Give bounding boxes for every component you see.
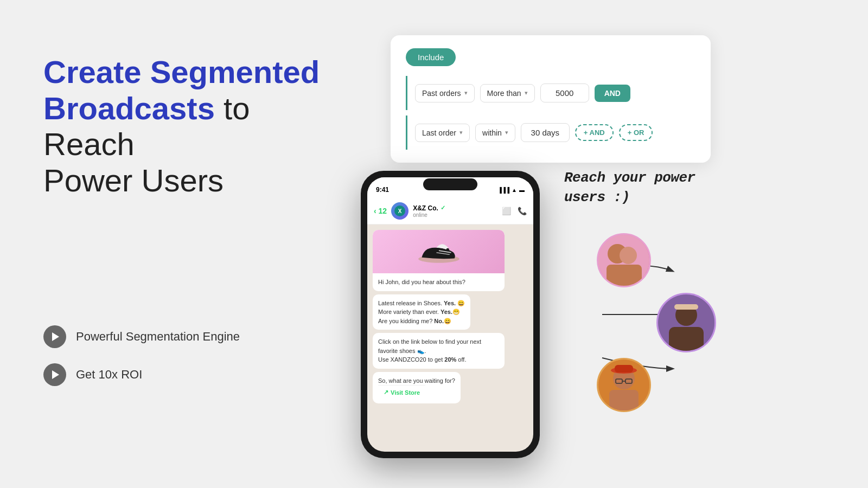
svg-point-3 (446, 248, 449, 251)
svg-rect-10 (669, 327, 704, 351)
message-text-1: Hi John, did you hear about this? (373, 273, 505, 291)
svg-rect-11 (674, 304, 698, 310)
segment-row-2: Last order ▾ within ▾ 30 days + AND + OR (406, 115, 695, 150)
segment-row-1: Past orders ▾ More than ▾ 5000 AND (406, 76, 695, 110)
and-button[interactable]: AND (595, 85, 630, 102)
video-icon[interactable]: ⬜ (502, 207, 511, 215)
chevron-down-icon-3: ▾ (459, 129, 463, 136)
user-circle-1 (597, 233, 651, 287)
feature-item-1: Powerful Segmentation Engine (43, 325, 240, 348)
verified-icon: ✓ (441, 204, 445, 211)
within-select[interactable]: within ▾ (475, 124, 515, 142)
chevron-down-icon-4: ▾ (505, 129, 508, 136)
phone-icon[interactable]: 📞 (518, 207, 527, 215)
msg-line-2: More variety than ever. Yes.😁 (378, 307, 465, 317)
status-icons: ▐▐▐ ▲ ▬ (498, 187, 525, 193)
chevron-down-icon-2: ▾ (525, 89, 528, 97)
msg-line-3: Are you kidding me? No.😄 (378, 317, 465, 326)
headline: Create Segmented Broadcasts to Reach Pow… (43, 54, 326, 199)
feature-label-2: Get 10x ROI (76, 368, 142, 382)
features-list: Powerful Segmentation Engine Get 10x ROI (43, 325, 240, 386)
status-time: 9:41 (376, 186, 389, 194)
svg-rect-7 (607, 265, 642, 286)
visit-store-button[interactable]: ↗ Visit Store (378, 385, 425, 399)
msg-line-1: Latest release in Shoes. Yes. 😀 (378, 299, 465, 308)
user-circle-2 (656, 293, 716, 352)
svg-rect-14 (609, 390, 639, 410)
back-button[interactable]: ‹ 12 (374, 207, 387, 215)
more-than-select[interactable]: More than ▾ (480, 84, 535, 102)
chat-name: X&Z Co. ✓ (413, 204, 497, 212)
msg-promo-1: Click on the link below to find your nex… (378, 337, 499, 355)
phone-notch (423, 178, 477, 190)
chat-messages: Hi John, did you hear about this? Latest… (367, 224, 533, 452)
shoe-svg (414, 235, 463, 268)
chat-info: X&Z Co. ✓ online (413, 204, 497, 218)
segment-card: Include Past orders ▾ More than ▾ 5000 A… (391, 35, 711, 163)
feature-item-2: Get 10x ROI (43, 363, 240, 386)
days-value[interactable]: 30 days (521, 123, 570, 142)
play-icon-1 (43, 325, 66, 348)
svg-text:X: X (398, 208, 402, 214)
phone-screen: 9:41 ▐▐▐ ▲ ▬ ‹ 12 X X&Z Co. ✓ (367, 177, 533, 452)
user-circle-3 (597, 358, 651, 412)
msg-cta: So, what are you waiting for? (378, 376, 455, 386)
phone-frame: 9:41 ▐▐▐ ▲ ▬ ‹ 12 X X&Z Co. ✓ (361, 171, 540, 458)
chat-avatar: X (391, 202, 409, 220)
handwritten-line2: users :) (564, 188, 695, 207)
msg-promo-2: Use XANDZCO20 to get 20% off. (378, 355, 499, 364)
past-orders-select[interactable]: Past orders ▾ (415, 84, 475, 102)
play-icon-2 (43, 363, 66, 386)
include-button[interactable]: Include (406, 48, 456, 66)
phone-container: 9:41 ▐▐▐ ▲ ▬ ‹ 12 X X&Z Co. ✓ (361, 171, 540, 458)
value-input[interactable]: 5000 (540, 84, 589, 102)
battery-icon: ▬ (519, 187, 525, 193)
chat-header: ‹ 12 X X&Z Co. ✓ online ⬜ 📞 (367, 198, 533, 224)
handwritten-text: Reach your power users :) (564, 168, 695, 208)
header-actions: ⬜ 📞 (502, 207, 527, 215)
last-order-select[interactable]: Last order ▾ (415, 124, 470, 142)
plus-and-button[interactable]: + AND (575, 124, 614, 141)
headline-part2: Broadcasts (43, 91, 215, 126)
chevron-down-icon: ▾ (464, 89, 468, 97)
left-section: Create Segmented Broadcasts to Reach Pow… (43, 54, 326, 204)
handwritten-line1: Reach your power (564, 168, 695, 188)
svg-point-6 (620, 247, 637, 264)
svg-rect-16 (615, 365, 633, 373)
wifi-icon: ▲ (512, 187, 517, 193)
link-icon: ↗ (384, 389, 388, 396)
headline-part4: Power Users (43, 163, 224, 198)
signal-icon: ▐▐▐ (498, 187, 509, 193)
plus-or-button[interactable]: + OR (619, 124, 653, 141)
message-bubble-3: Click on the link below to find your nex… (373, 333, 505, 369)
message-bubble-2: Latest release in Shoes. Yes. 😀 More var… (373, 294, 470, 330)
feature-label-1: Powerful Segmentation Engine (76, 330, 240, 344)
headline-part1: Create Segmented (43, 54, 320, 89)
image-message: Hi John, did you hear about this? (373, 230, 505, 291)
product-image (373, 230, 505, 273)
chat-status: online (413, 212, 497, 218)
message-bubble-4: So, what are you waiting for? ↗ Visit St… (373, 372, 461, 404)
